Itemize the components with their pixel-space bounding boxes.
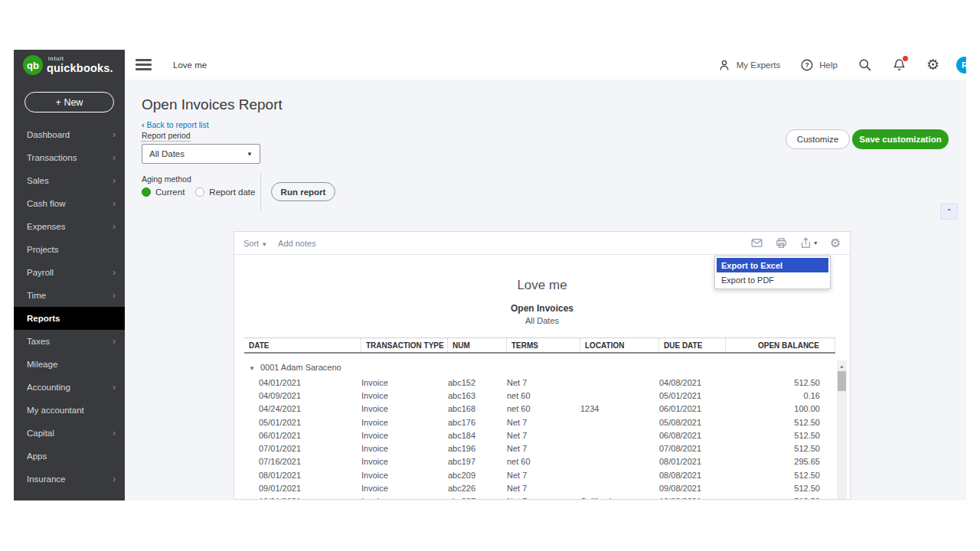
- sidebar-item-expenses[interactable]: Expenses›: [14, 215, 125, 238]
- page-title: Open Invoices Report: [142, 96, 283, 113]
- table-cell: 512.50: [726, 378, 835, 387]
- scrollbar-up-arrow[interactable]: ▲: [837, 360, 847, 371]
- table-cell: abc237: [448, 497, 507, 500]
- table-scrollbar[interactable]: ▲: [837, 360, 847, 499]
- column-header: DUE DATE: [659, 338, 726, 352]
- scrollbar-thumb[interactable]: [838, 371, 846, 391]
- period-value: All Dates: [149, 149, 185, 158]
- export-menu-item[interactable]: Export to PDF: [717, 272, 828, 287]
- table-cell: 09/08/2021: [659, 484, 726, 493]
- table-cell: 07/01/2021: [244, 444, 361, 453]
- report-period-select[interactable]: All Dates ▼: [142, 144, 260, 164]
- sidebar-item-taxes[interactable]: Taxes›: [14, 330, 125, 353]
- table-row[interactable]: 06/01/2021Invoiceabc184Net 706/08/202151…: [244, 429, 835, 442]
- sidebar-item-apps[interactable]: Apps: [14, 445, 125, 468]
- aging-report-date-label: Report date: [209, 187, 255, 197]
- table-row[interactable]: 04/01/2021Invoiceabc152Net 704/08/202151…: [244, 376, 835, 389]
- sidebar-item-label: Dashboard: [27, 130, 113, 139]
- sidebar-item-transactions[interactable]: Transactions›: [14, 146, 125, 169]
- table-row[interactable]: 05/01/2021Invoiceabc176Net 705/08/202151…: [244, 416, 835, 429]
- sidebar-item-sales[interactable]: Sales›: [14, 169, 125, 192]
- collapse-triangle-icon[interactable]: ▼: [249, 365, 255, 372]
- table-cell: abc176: [448, 418, 507, 427]
- search-icon[interactable]: [858, 57, 872, 72]
- sidebar-item-cash-flow[interactable]: Cash flow›: [14, 192, 125, 215]
- sidebar-item-label: Expenses: [27, 222, 113, 231]
- table-cell: net 60: [507, 404, 580, 413]
- table-row[interactable]: 04/09/2021Invoiceabc163net 6005/01/20210…: [244, 389, 835, 402]
- table-cell: Invoice: [361, 484, 448, 493]
- avatar[interactable]: R: [956, 57, 966, 73]
- sidebar-item-reports[interactable]: Reports: [14, 307, 125, 330]
- settings-gear-icon[interactable]: ⚙: [926, 57, 939, 72]
- table-cell: 04/01/2021: [244, 378, 361, 387]
- aging-current-radio[interactable]: Current: [142, 187, 185, 197]
- run-report-button[interactable]: Run report: [271, 182, 335, 201]
- sort-button[interactable]: Sort▼: [243, 239, 267, 248]
- table-row[interactable]: 10/01/2021Invoiceabc237Net 7California10…: [244, 495, 835, 500]
- sidebar-item-dashboard[interactable]: Dashboard›: [14, 123, 125, 146]
- quickbooks-logo[interactable]: qb intuit quickbooks.: [14, 50, 125, 80]
- new-button[interactable]: + New: [24, 92, 114, 112]
- topbar: Love me My Experts ? Help: [125, 50, 966, 80]
- table-cell: 06/01/2021: [659, 404, 726, 413]
- aging-report-date-radio[interactable]: Report date: [195, 187, 255, 197]
- table-row[interactable]: 09/01/2021Invoiceabc226Net 709/08/202151…: [244, 481, 835, 494]
- table-row[interactable]: 07/16/2021Invoiceabc197net 6008/01/20212…: [244, 455, 835, 468]
- sidebar-item-my-accountant[interactable]: My accountant: [14, 399, 125, 422]
- table-cell: Net 7: [507, 418, 580, 427]
- sidebar-item-projects[interactable]: Projects: [14, 238, 125, 261]
- sidebar-item-capital[interactable]: Capital›: [14, 422, 125, 445]
- table-cell: Invoice: [361, 471, 448, 480]
- table-row[interactable]: 04/24/2021Invoiceabc168net 60123406/01/2…: [244, 403, 835, 416]
- add-notes-button[interactable]: Add notes: [278, 239, 316, 248]
- export-icon[interactable]: ▼: [799, 236, 818, 249]
- table-cell: 04/08/2021: [659, 378, 726, 387]
- sidebar-item-label: Reports: [27, 314, 116, 323]
- sidebar-item-accounting[interactable]: Accounting›: [14, 376, 125, 399]
- table-row[interactable]: 08/01/2021Invoiceabc209Net 708/08/202151…: [244, 468, 835, 481]
- report-table: DATETRANSACTION TYPENUMTERMSLOCATIONDUE …: [244, 337, 835, 500]
- radio-selected-icon: [142, 187, 151, 197]
- back-to-report-list-link[interactable]: ‹Back to report list: [142, 120, 209, 129]
- notifications-bell-icon[interactable]: [892, 57, 906, 72]
- report-panel: Sort▼ Add notes ▼ ⚙: [234, 231, 851, 500]
- column-header: DATE: [244, 338, 361, 352]
- sidebar-item-time[interactable]: Time›: [14, 284, 125, 307]
- table-cell: 08/01/2021: [244, 471, 361, 480]
- table-cell: Invoice: [361, 457, 448, 466]
- hamburger-menu-icon[interactable]: [136, 57, 152, 73]
- sidebar-item-label: Apps: [27, 452, 116, 461]
- sidebar-item-insurance[interactable]: Insurance›: [14, 468, 125, 491]
- print-icon[interactable]: [775, 236, 788, 249]
- table-cell: Net 7: [507, 431, 580, 440]
- customer-group-row[interactable]: ▼ 0001 Adam Saraceno: [244, 354, 835, 376]
- help-button[interactable]: ? Help: [800, 58, 838, 72]
- column-header: LOCATION: [580, 338, 659, 352]
- topbar-right: My Experts ? Help ⚙ R: [697, 57, 966, 73]
- main-area: Love me My Experts ? Help: [125, 50, 966, 500]
- chevron-right-icon: ›: [113, 129, 116, 140]
- report-settings-gear-icon[interactable]: ⚙: [830, 237, 841, 249]
- chevron-right-icon: ›: [113, 336, 116, 347]
- collapse-chevron-button[interactable]: ˆ: [940, 204, 958, 220]
- aging-method-options: Current Report date: [142, 187, 266, 197]
- table-cell: 07/08/2021: [659, 444, 726, 453]
- export-menu-item[interactable]: Export to Excel: [717, 258, 828, 272]
- email-icon[interactable]: [750, 236, 763, 249]
- table-cell: Invoice: [361, 404, 448, 413]
- column-header: OPEN BALANCE: [726, 338, 835, 352]
- company-name: Love me: [173, 60, 207, 70]
- save-customization-button[interactable]: Save customization: [852, 129, 949, 149]
- sidebar-item-mileage[interactable]: Mileage: [14, 353, 125, 376]
- table-cell: 05/08/2021: [659, 418, 726, 427]
- sidebar-item-payroll[interactable]: Payroll›: [14, 261, 125, 284]
- table-cell: 295.65: [726, 457, 835, 466]
- column-header: TRANSACTION TYPE: [361, 338, 448, 352]
- table-row[interactable]: 07/01/2021Invoiceabc196Net 707/08/202151…: [244, 442, 835, 455]
- chevron-right-icon: ›: [113, 175, 116, 186]
- report-toolbar: Sort▼ Add notes ▼ ⚙: [234, 232, 850, 255]
- customize-button[interactable]: Customize: [786, 129, 850, 149]
- my-experts-button[interactable]: My Experts: [717, 58, 781, 72]
- sidebar-item-label: Taxes: [27, 337, 113, 346]
